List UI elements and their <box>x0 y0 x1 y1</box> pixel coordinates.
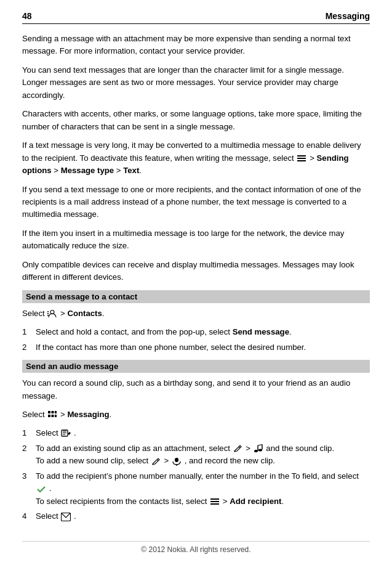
svg-point-18 <box>254 450 258 452</box>
section2-header: Send an audio message <box>22 360 370 373</box>
page-title: Messaging <box>326 11 370 21</box>
send-icon <box>61 513 71 521</box>
svg-rect-27 <box>210 501 219 502</box>
para-2: You can send text messages that are long… <box>22 64 370 102</box>
pencil-icon <box>233 444 243 453</box>
svg-rect-8 <box>52 411 54 413</box>
svg-rect-4 <box>47 311 49 312</box>
music-icon <box>254 444 263 453</box>
pencil2-icon <box>151 457 161 466</box>
para-4: If a text message is very long, it may b… <box>22 139 370 177</box>
page: 48 Messaging Sending a message with an a… <box>0 0 392 565</box>
svg-rect-12 <box>55 415 57 417</box>
step-2-1: 1 Select . <box>22 427 370 439</box>
page-header: 48 Messaging <box>22 11 370 24</box>
svg-rect-9 <box>55 411 57 413</box>
footer: © 2012 Nokia. All rights reserved. <box>22 541 370 554</box>
svg-rect-5 <box>47 313 49 314</box>
svg-rect-11 <box>52 415 54 417</box>
menu-icon <box>297 154 306 163</box>
section1-header: Send a message to a contact <box>22 290 370 303</box>
page-number: 48 <box>22 11 32 21</box>
svg-rect-7 <box>48 411 50 413</box>
para-3: Characters with accents, other marks, or… <box>22 108 370 133</box>
para-7: Only compatible devices can receive and … <box>22 259 370 284</box>
mic-icon <box>172 457 182 466</box>
svg-rect-28 <box>210 503 219 505</box>
para-6: If the item you insert in a multimedia m… <box>22 227 370 253</box>
footer-text: © 2012 Nokia. All rights reserved. <box>141 545 250 554</box>
svg-rect-1 <box>297 158 306 159</box>
step-1-2: 2 If the contact has more than one phone… <box>22 341 370 354</box>
svg-point-22 <box>258 449 262 452</box>
step-2-4: 4 Select . <box>22 510 370 522</box>
svg-line-17 <box>239 447 240 448</box>
contacts-icon <box>47 309 57 318</box>
section2-steps: 1 Select . 2 To add an exis <box>22 427 370 522</box>
section2-select: Select > Messaging. <box>22 409 370 421</box>
section2-intro: You can record a sound clip, such as a b… <box>22 377 370 402</box>
svg-line-23 <box>157 460 158 461</box>
svg-rect-0 <box>297 155 306 156</box>
compose-icon <box>61 429 71 438</box>
step-1-1: 1 Select and hold a contact, and from th… <box>22 326 370 338</box>
svg-rect-6 <box>47 315 49 316</box>
svg-rect-10 <box>48 415 50 417</box>
list-icon <box>210 497 220 506</box>
section1-steps: 1 Select and hold a contact, and from th… <box>22 326 370 354</box>
step-2-3: 3 To add the recipient’s phone number ma… <box>22 470 370 508</box>
apps-icon <box>47 410 57 419</box>
section1-intro: Select > Contacts. <box>22 307 370 320</box>
step-2-2: 2 To add an existing sound clip as an at… <box>22 442 370 468</box>
svg-rect-2 <box>297 160 306 161</box>
svg-rect-26 <box>210 498 219 500</box>
svg-rect-24 <box>175 458 178 462</box>
check-icon <box>36 485 46 494</box>
svg-line-20 <box>258 445 262 446</box>
para-5: If you send a text message to one or mor… <box>22 184 370 221</box>
para-1: Sending a message with an attachment may… <box>22 33 370 58</box>
